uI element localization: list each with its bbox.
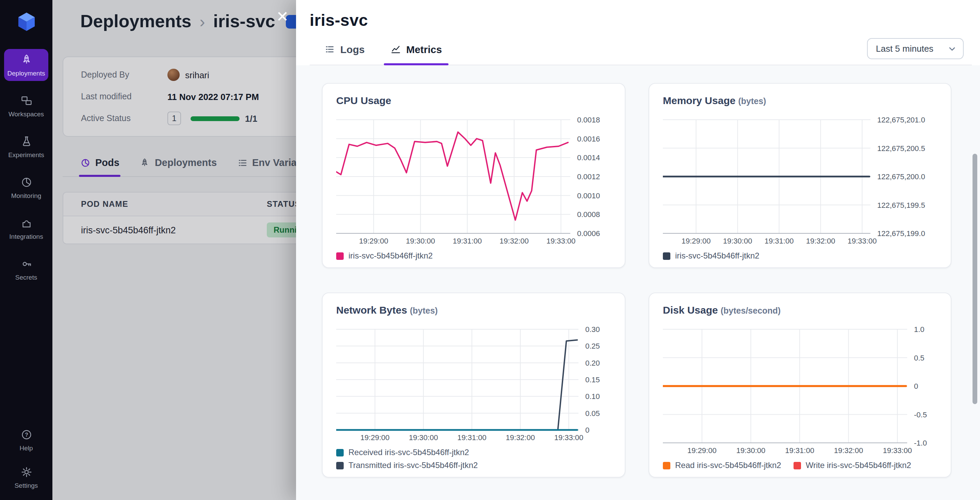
svg-text:122,675,200.5: 122,675,200.5: [877, 144, 925, 153]
card-title: Memory Usage(bytes): [663, 95, 937, 106]
metric-card-memory: Memory Usage(bytes) 19:29:0019:30:0019:3…: [649, 83, 951, 268]
sidebar-item-workspaces[interactable]: Workspaces: [4, 90, 48, 122]
metric-card-cpu: CPU Usage 19:29:0019:30:0019:31:0019:32:…: [322, 83, 625, 268]
svg-text:19:30:00: 19:30:00: [737, 446, 765, 455]
svg-text:0.0010: 0.0010: [577, 192, 600, 200]
gear-icon: [20, 466, 32, 478]
chart-legend: Received iris-svc-5b45b46ff-jtkn2 Transm…: [336, 448, 611, 470]
app-logo[interactable]: [13, 8, 40, 35]
chevron-down-icon: [947, 44, 957, 53]
svg-text:-1.0: -1.0: [914, 439, 927, 447]
legend-label: iris-svc-5b45b46ff-jtkn2: [675, 251, 759, 260]
disk-usage-title: Disk Usage: [663, 304, 718, 316]
sidebar-item-settings[interactable]: Settings: [4, 461, 48, 493]
svg-text:122,675,199.0: 122,675,199.0: [877, 229, 925, 238]
cpu-usage-chart: 19:29:0019:30:0019:31:0019:32:0019:33:00…: [336, 114, 611, 246]
network-bytes-unit: (bytes): [410, 306, 438, 316]
legend-label: Write iris-svc-5b45b46ff-jtkn2: [806, 460, 911, 470]
svg-text:0.0006: 0.0006: [577, 229, 600, 238]
legend-swatch: [794, 462, 801, 469]
key-icon: [20, 258, 32, 270]
legend-item: iris-svc-5b45b46ff-jtkn2: [336, 251, 611, 260]
legend-label: Received iris-svc-5b45b46ff-jtkn2: [348, 448, 469, 457]
legend-item: Transmitted iris-svc-5b45b46ff-jtkn2: [336, 460, 611, 470]
svg-text:0.0018: 0.0018: [577, 116, 600, 124]
memory-usage-unit: (bytes): [738, 97, 766, 106]
panel-header: iris-svc Logs Metrics Last 5 minutes: [296, 0, 980, 65]
svg-text:0.0016: 0.0016: [577, 135, 600, 143]
close-icon: ✕: [276, 8, 289, 25]
close-panel-button[interactable]: ✕: [272, 5, 293, 27]
svg-text:19:29:00: 19:29:00: [359, 237, 388, 245]
legend-label: Read iris-svc-5b45b46ff-jtkn2: [675, 460, 781, 470]
svg-text:0.10: 0.10: [585, 392, 600, 401]
svg-text:0.30: 0.30: [585, 325, 600, 334]
flask-icon: [20, 135, 32, 148]
sidebar-item-label: Deployments: [8, 69, 45, 77]
sidebar-item-label: Workspaces: [8, 110, 44, 118]
card-title: Disk Usage(bytes/second): [663, 304, 937, 316]
sidebar-item-label: Secrets: [15, 273, 37, 281]
metric-cards-grid: CPU Usage 19:29:0019:30:0019:31:0019:32:…: [322, 83, 951, 478]
scrollbar-thumb[interactable]: [972, 154, 977, 404]
card-title: CPU Usage: [336, 95, 611, 106]
svg-text:19:33:00: 19:33:00: [546, 237, 576, 245]
svg-text:19:30:00: 19:30:00: [406, 237, 435, 245]
question-circle-icon: ?: [20, 429, 32, 441]
sidebar-item-label: Integrations: [9, 233, 43, 240]
legend-swatch: [336, 462, 344, 469]
legend-label: iris-svc-5b45b46ff-jtkn2: [348, 251, 433, 260]
svg-text:19:32:00: 19:32:00: [506, 433, 535, 442]
svg-text:0: 0: [585, 426, 589, 434]
memory-usage-title: Memory Usage: [663, 95, 735, 106]
sidebar-item-experiments[interactable]: Experiments: [4, 131, 48, 163]
sidebar-item-help[interactable]: ? Help: [4, 424, 48, 456]
tab-label: Metrics: [406, 44, 442, 55]
svg-text:122,675,199.5: 122,675,199.5: [877, 201, 925, 210]
pie-chart-icon: [20, 176, 32, 189]
svg-text:0.25: 0.25: [585, 342, 600, 350]
time-range-value: Last 5 minutes: [876, 44, 933, 54]
svg-text:19:31:00: 19:31:00: [785, 446, 814, 455]
svg-text:19:32:00: 19:32:00: [500, 237, 529, 245]
svg-text:1.0: 1.0: [914, 325, 924, 334]
legend-item: iris-svc-5b45b46ff-jtkn2: [663, 251, 937, 260]
tab-metrics[interactable]: Metrics: [389, 38, 443, 65]
sidebar-item-deployments[interactable]: Deployments: [4, 49, 48, 81]
svg-text:19:29:00: 19:29:00: [682, 237, 711, 245]
sidebar-item-label: Settings: [14, 482, 38, 489]
chart-legend: iris-svc-5b45b46ff-jtkn2: [336, 251, 611, 260]
svg-text:-0.5: -0.5: [914, 411, 927, 419]
chart-legend: iris-svc-5b45b46ff-jtkn2: [663, 251, 937, 260]
memory-usage-chart: 19:29:0019:30:0019:31:0019:32:0019:33:00…: [663, 114, 937, 246]
puzzle-icon: [20, 217, 32, 229]
svg-text:0.0014: 0.0014: [577, 153, 600, 162]
tab-logs[interactable]: Logs: [323, 38, 366, 65]
monitors-icon: [20, 95, 32, 107]
svg-text:122,675,200.0: 122,675,200.0: [877, 173, 925, 181]
network-bytes-title: Network Bytes: [336, 304, 407, 316]
svg-text:19:31:00: 19:31:00: [457, 433, 487, 442]
svg-text:19:31:00: 19:31:00: [453, 237, 482, 245]
chart-legend: Read iris-svc-5b45b46ff-jtkn2 Write iris…: [663, 460, 937, 470]
disk-usage-chart: 19:29:0019:30:0019:31:0019:32:0019:33:00…: [663, 324, 937, 455]
network-bytes-chart: 19:29:0019:30:0019:31:0019:32:0019:33:00…: [336, 324, 611, 442]
line-chart-icon: [391, 44, 401, 54]
disk-usage-unit: (bytes/second): [721, 306, 781, 316]
sidebar-item-label: Help: [19, 444, 33, 452]
svg-text:19:32:00: 19:32:00: [806, 237, 835, 245]
svg-text:19:33:00: 19:33:00: [883, 446, 912, 455]
svg-text:19:29:00: 19:29:00: [687, 446, 717, 455]
sidebar-item-integrations[interactable]: Integrations: [4, 212, 48, 244]
metrics-content: CPU Usage 19:29:0019:30:0019:31:0019:32:…: [296, 65, 980, 500]
sidebar-item-monitoring[interactable]: Monitoring: [4, 171, 48, 203]
sidebar-nav: Deployments Workspaces Experiments Monit…: [4, 49, 48, 294]
svg-text:0.20: 0.20: [585, 359, 600, 367]
list-icon: [325, 44, 335, 54]
time-range-select[interactable]: Last 5 minutes: [867, 38, 964, 59]
sidebar-item-secrets[interactable]: Secrets: [4, 253, 48, 285]
rocket-icon: [20, 54, 32, 66]
cube-logo-icon: [14, 10, 38, 33]
svg-text:122,675,201.0: 122,675,201.0: [877, 116, 925, 124]
svg-text:19:31:00: 19:31:00: [765, 237, 794, 245]
